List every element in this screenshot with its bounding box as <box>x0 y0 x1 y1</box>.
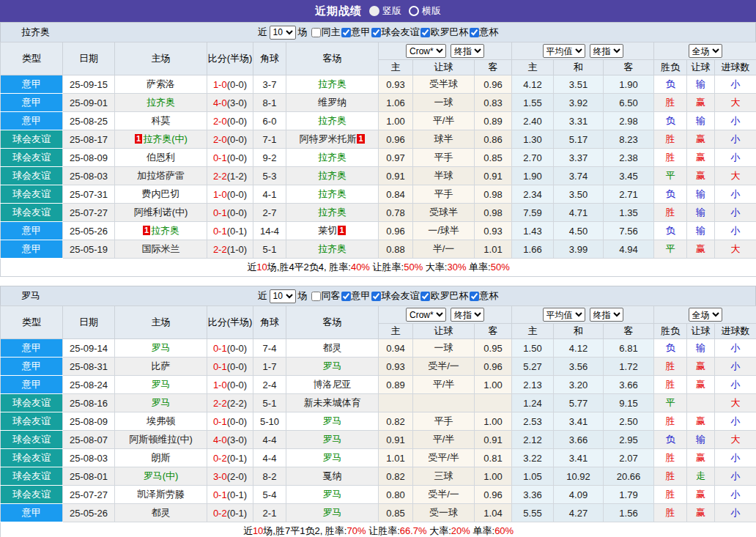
home-team[interactable]: 朗斯 <box>152 452 171 463</box>
full-time-score[interactable]: 0-1 <box>213 489 227 500</box>
scope-select[interactable]: 全场 <box>689 44 722 58</box>
away-team[interactable]: 罗马 <box>323 489 342 500</box>
full-time-score[interactable]: 1-0 <box>213 379 227 390</box>
away-team[interactable]: 拉齐奥 <box>318 115 346 126</box>
full-time-score[interactable]: 1-0 <box>213 189 227 200</box>
full-time-score[interactable]: 0-1 <box>213 361 227 372</box>
radio-vertical[interactable]: 竖版 <box>369 4 401 18</box>
league-filter-1-input[interactable] <box>371 292 381 301</box>
home-team[interactable]: 萨索洛 <box>147 78 175 89</box>
full-time-score[interactable]: 1-0 <box>213 79 227 90</box>
league-filter-1[interactable]: 球会友谊 <box>371 26 420 39</box>
full-time-score[interactable]: 0-1 <box>213 343 227 354</box>
league-filter-3-input[interactable] <box>470 28 479 37</box>
home-team[interactable]: 阿斯顿维拉(中) <box>129 434 193 445</box>
full-time-score[interactable]: 0-2 <box>213 453 227 464</box>
home-team[interactable]: 国际米兰 <box>142 243 180 254</box>
away-team[interactable]: 拉齐奥 <box>318 188 346 199</box>
home-team[interactable]: 拉齐奥(中) <box>143 133 188 144</box>
avg-draw: 3.66 <box>554 431 604 449</box>
home-team[interactable]: 科莫 <box>152 115 171 126</box>
league-filter-3[interactable]: 意杯 <box>469 26 499 39</box>
full-time-score[interactable]: 2-2 <box>213 171 227 182</box>
league-filter-2-input[interactable] <box>420 28 430 37</box>
full-time-score[interactable]: 0-2 <box>213 508 227 519</box>
league-filter-2[interactable]: 欧罗巴杯 <box>420 26 469 39</box>
avg-stage-select[interactable]: 终指 <box>590 44 623 58</box>
away-team[interactable]: 都灵 <box>323 342 342 353</box>
league-filter-0-input[interactable] <box>341 28 351 37</box>
full-time-score[interactable]: 2-0 <box>213 134 227 145</box>
odds-company-select[interactable]: Crow* <box>406 308 446 322</box>
league-filter-3[interactable]: 意杯 <box>469 289 499 303</box>
home-team[interactable]: 罗马 <box>152 379 171 390</box>
full-time-score[interactable]: 4-0 <box>213 434 227 445</box>
full-time-score[interactable]: 0-1 <box>213 226 227 237</box>
home-team[interactable]: 凯泽斯劳滕 <box>137 489 185 500</box>
away-team[interactable]: 拉齐奥 <box>318 207 346 218</box>
full-time-score[interactable]: 0-1 <box>213 416 227 427</box>
same-venue-checkbox-input[interactable] <box>311 28 321 37</box>
away-team[interactable]: 新未来城体育 <box>304 397 361 408</box>
full-time-score[interactable]: 2-0 <box>213 116 227 127</box>
full-time-score[interactable]: 0-1 <box>213 152 227 163</box>
home-team[interactable]: 罗马 <box>152 342 171 353</box>
home-team[interactable]: 费内巴切 <box>142 188 180 199</box>
league-filter-3-input[interactable] <box>470 292 479 301</box>
full-time-score[interactable]: 4-0 <box>213 97 227 108</box>
away-team[interactable]: 拉齐奥 <box>318 243 346 254</box>
league-filter-0-input[interactable] <box>341 292 351 301</box>
league-filter-0[interactable]: 意甲 <box>341 26 371 39</box>
league-filter-2[interactable]: 欧罗巴杯 <box>420 289 469 303</box>
league-filter-1[interactable]: 球会友谊 <box>371 289 420 303</box>
home-team[interactable]: 埃弗顿 <box>147 415 175 426</box>
home-team[interactable]: 罗马(中) <box>144 470 179 481</box>
home-team[interactable]: 伯恩利 <box>147 152 175 163</box>
away-team-cell: 新未来城体育 <box>286 394 379 412</box>
away-team[interactable]: 拉齐奥 <box>318 78 346 89</box>
same-venue-checkbox[interactable]: 同客 <box>308 289 341 303</box>
league-filter-2-input[interactable] <box>420 292 430 301</box>
odds-stage-select[interactable]: 终指 <box>451 44 484 58</box>
home-team[interactable]: 罗马 <box>152 397 171 408</box>
avg-type-select[interactable]: 平均值 <box>543 308 585 322</box>
match-count-select[interactable]: 10 <box>270 289 296 303</box>
away-team[interactable]: 罗马 <box>323 452 342 463</box>
away-team[interactable]: 阿特罗米托斯 <box>299 133 356 144</box>
home-team[interactable]: 都灵 <box>152 507 171 518</box>
full-time-score[interactable]: 2-2 <box>213 244 227 255</box>
avg-type-select[interactable]: 平均值 <box>543 44 585 58</box>
away-team[interactable]: 罗马 <box>323 415 342 426</box>
away-team[interactable]: 博洛尼亚 <box>314 379 352 390</box>
away-team[interactable]: 罗马 <box>323 507 342 518</box>
sub-header-7: 让球 <box>687 60 715 75</box>
sub-header-3: 主 <box>512 60 554 75</box>
full-time-score[interactable]: 2-2 <box>213 398 227 409</box>
away-team[interactable]: 拉齐奥 <box>318 152 346 163</box>
avg-draw: 3.31 <box>554 112 604 130</box>
odds-stage-select[interactable]: 终指 <box>451 308 484 322</box>
home-team[interactable]: 拉齐奥 <box>151 225 179 236</box>
match-count-select[interactable]: 10 <box>270 26 296 40</box>
home-team[interactable]: 阿维利诺(中) <box>134 207 188 218</box>
avg-stage-select[interactable]: 终指 <box>590 308 623 322</box>
away-team[interactable]: 莱切 <box>318 225 337 236</box>
away-team[interactable]: 戛纳 <box>323 470 342 481</box>
full-time-score[interactable]: 0-1 <box>213 207 227 218</box>
scope-select[interactable]: 全场 <box>689 308 722 322</box>
same-venue-checkbox-input[interactable] <box>311 292 321 301</box>
odds-company-select[interactable]: Crow* <box>406 44 446 58</box>
radio-horizontal[interactable]: 横版 <box>409 4 441 18</box>
away-team[interactable]: 维罗纳 <box>318 97 346 108</box>
away-team[interactable]: 拉齐奥 <box>318 170 346 181</box>
league-filter-1-input[interactable] <box>371 28 381 37</box>
same-venue-checkbox[interactable]: 同主 <box>308 26 341 39</box>
home-team[interactable]: 拉齐奥 <box>147 97 175 108</box>
home-team[interactable]: 比萨 <box>152 360 171 371</box>
league-filter-0[interactable]: 意甲 <box>341 289 371 303</box>
away-team[interactable]: 罗马 <box>323 434 342 445</box>
away-team[interactable]: 罗马 <box>323 360 342 371</box>
full-time-score[interactable]: 3-0 <box>213 471 227 482</box>
home-team[interactable]: 加拉塔萨雷 <box>137 170 185 181</box>
type-badge: 意甲 <box>1 358 63 376</box>
